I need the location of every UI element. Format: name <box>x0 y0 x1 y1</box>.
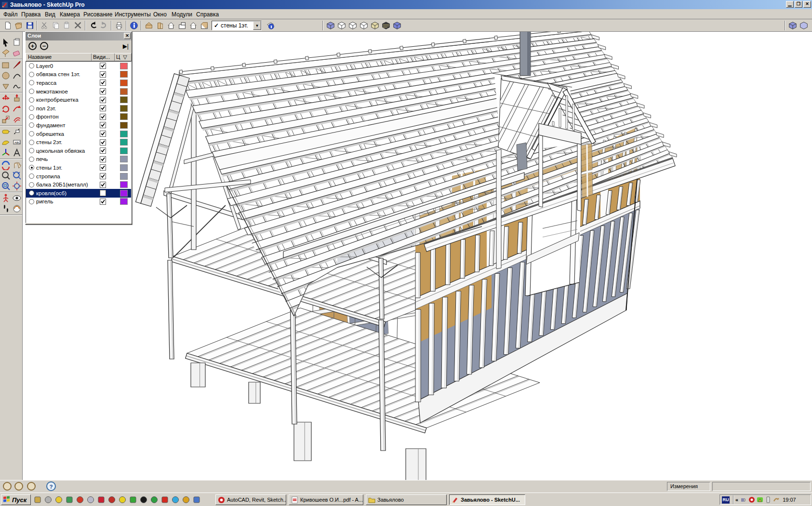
svg-text:ABC: ABC <box>14 141 21 144</box>
